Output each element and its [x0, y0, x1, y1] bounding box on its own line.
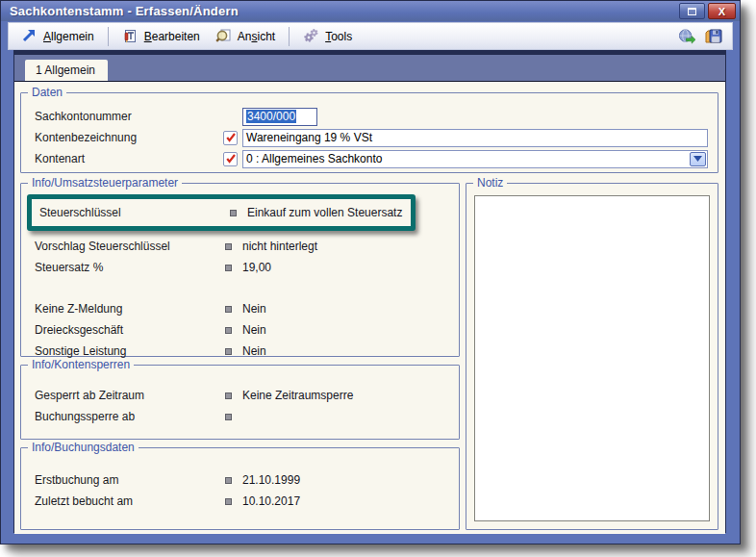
kontenbezeichnung-label: Kontenbezeichnung: [35, 131, 223, 144]
toolbar-right-icons: [678, 28, 726, 45]
restore-icon: [688, 8, 696, 15]
z-meldung-value: Nein: [242, 302, 266, 316]
group-umsatzsteuer-legend: Info/Umsatzsteuerparameter: [28, 176, 182, 190]
menu-tools[interactable]: Tools: [296, 25, 359, 48]
square-bullet-icon: [225, 348, 232, 355]
square-bullet-icon: [225, 477, 232, 484]
app-window: Sachkontenstamm - Erfassen/Ändern X Allg…: [0, 0, 741, 544]
dreiecksgeschaeft-label: Dreiecksgeschäft: [35, 323, 225, 337]
sachkontonummer-label: Sachkontonummer: [35, 110, 223, 123]
titlebar: Sachkontenstamm - Erfassen/Ändern X: [1, 1, 740, 21]
erstbuchung-label: Erstbuchung am: [35, 473, 225, 487]
vorschlag-label: Vorschlag Steuerschlüssel: [35, 240, 225, 253]
save-floppy-icon[interactable]: [705, 28, 722, 45]
row-vorschlag-steuerschluessel: Vorschlag Steuerschlüssel nicht hinterle…: [35, 236, 453, 257]
square-bullet-icon: [230, 210, 237, 216]
row-dreiecksgeschaeft: Dreiecksgeschäft Nein: [35, 319, 453, 341]
row-sachkontonummer: Sachkontonummer 3400/000: [35, 106, 708, 127]
row-kontenbezeichnung: Kontenbezeichnung Wareneingang 19 % VSt: [35, 127, 708, 148]
restore-button[interactable]: [679, 3, 705, 19]
menu-bearbeiten[interactable]: Bearbeiten: [115, 25, 207, 48]
menu-ansicht-label: Ansicht: [238, 30, 275, 43]
row-buchungssperre: Buchungssperre ab: [35, 406, 453, 427]
kontenart-dropdown[interactable]: 0 : Allgemeines Sachkonto: [242, 150, 708, 168]
row-keine-z-meldung: Keine Z-Meldung Nein: [35, 298, 453, 319]
sachkontonummer-input[interactable]: 3400/000: [242, 108, 317, 126]
right-column: Notiz: [466, 183, 718, 530]
content-area: 1 Allgemein Daten Sachkontonummer 3400/0…: [13, 50, 726, 533]
row-zuletzt-bebucht: Zuletzt bebucht am 10.10.2017: [35, 491, 453, 512]
erstbuchung-value: 21.10.1999: [242, 473, 300, 487]
vorschlag-value: nicht hinterlegt: [242, 240, 317, 253]
menu-tools-label: Tools: [325, 30, 352, 43]
z-meldung-label: Keine Z-Meldung: [35, 302, 225, 316]
red-check-icon[interactable]: [223, 131, 238, 145]
row-erstbuchung: Erstbuchung am 21.10.1999: [35, 469, 453, 491]
menu-bearbeiten-label: Bearbeiten: [144, 30, 200, 43]
toolbar-separator: [289, 27, 290, 46]
red-check-icon[interactable]: [223, 152, 238, 166]
gesperrt-ab-label: Gesperrt ab Zeitraum: [35, 389, 225, 402]
zuletzt-bebucht-label: Zuletzt bebucht am: [35, 494, 225, 508]
row-steuersatz: Steuersatz % 19,00: [35, 257, 453, 278]
group-daten-legend: Daten: [28, 86, 66, 99]
kontenbezeichnung-value: Wareneingang 19 % VSt: [246, 131, 372, 144]
tab-row: 1 Allgemein: [14, 55, 725, 81]
zuletzt-bebucht-value: 10.10.2017: [242, 494, 300, 508]
row-spacer: [35, 278, 453, 298]
sonstige-leistung-label: Sonstige Leistung: [35, 344, 225, 358]
chevron-down-icon[interactable]: [690, 152, 706, 166]
row-kontenart: Kontenart 0 : Allgemeines Sachkonto: [35, 148, 708, 169]
toolbar: Allgemein Bearbeiten A: [8, 22, 733, 50]
close-icon: X: [718, 6, 725, 17]
kontenart-value: 0 : Allgemeines Sachkonto: [246, 152, 382, 165]
group-kontensperren-legend: Info/Kontensperren: [28, 358, 134, 371]
steuerschluessel-label: Steuerschlüssel: [39, 206, 230, 219]
group-notiz: Notiz: [466, 183, 718, 530]
menu-allgemein-label: Allgemein: [43, 30, 94, 43]
group-notiz-legend: Notiz: [473, 176, 507, 190]
group-kontensperren: Info/Kontensperren Gesperrt ab Zeitraum …: [20, 365, 460, 440]
square-bullet-icon: [225, 265, 232, 271]
steuerschluessel-value: Einkauf zum vollen Steuersatz: [247, 206, 402, 219]
square-bullet-icon: [225, 243, 232, 250]
gesperrt-ab-value: Keine Zeitraumsperre: [242, 389, 353, 402]
kontenbezeichnung-input[interactable]: Wareneingang 19 % VSt: [242, 129, 708, 147]
main-panel: Daten Sachkontonummer 3400/000 Kontenbez…: [14, 81, 725, 534]
tab-allgemein[interactable]: 1 Allgemein: [25, 60, 108, 83]
square-bullet-icon: [225, 392, 232, 399]
gears-icon: [303, 28, 320, 45]
window-title: Sachkontenstamm - Erfassen/Ändern: [10, 4, 676, 18]
square-bullet-icon: [225, 327, 232, 334]
kontenart-checkbox-cell: [223, 152, 242, 166]
square-bullet-icon: [225, 498, 232, 505]
kontenbezeichnung-checkbox-cell: [223, 131, 242, 145]
sonstige-leistung-value: Nein: [242, 344, 266, 358]
square-bullet-icon: [225, 414, 232, 420]
magnifier-document-icon: [215, 28, 233, 45]
row-steuerschluessel: Steuerschlüssel Einkauf zum vollen Steue…: [39, 202, 411, 223]
group-umsatzsteuer: Info/Umsatzsteuerparameter Steuerschlüss…: [20, 183, 460, 357]
highlight-annotation-box: Steuerschlüssel Einkauf zum vollen Steue…: [27, 194, 416, 231]
arrow-up-right-icon: [21, 28, 38, 45]
edit-document-icon: [122, 28, 139, 45]
buchungssperre-label: Buchungssperre ab: [35, 410, 225, 423]
left-column: Info/Umsatzsteuerparameter Steuerschlüss…: [20, 183, 460, 530]
steuersatz-value: 19,00: [242, 261, 271, 274]
menu-ansicht[interactable]: Ansicht: [209, 25, 282, 48]
steuersatz-label: Steuersatz %: [35, 261, 225, 274]
sachkontonummer-value: 3400/000: [246, 110, 296, 123]
square-bullet-icon: [225, 306, 232, 313]
group-daten: Daten Sachkontonummer 3400/000 Kontenbez…: [20, 92, 718, 173]
kontenart-label: Kontenart: [35, 152, 223, 165]
row-gesperrt-ab: Gesperrt ab Zeitraum Keine Zeitraumsperr…: [35, 385, 453, 406]
dreiecksgeschaeft-value: Nein: [242, 323, 266, 337]
group-buchungsdaten-legend: Info/Buchungsdaten: [28, 441, 139, 454]
menu-allgemein[interactable]: Allgemein: [14, 25, 101, 48]
toolbar-separator: [108, 27, 109, 46]
close-button[interactable]: X: [708, 3, 736, 19]
group-buchungsdaten: Info/Buchungsdaten Erstbuchung am 21.10.…: [20, 447, 460, 530]
notiz-textarea[interactable]: [474, 195, 710, 521]
panel-columns: Info/Umsatzsteuerparameter Steuerschlüss…: [20, 183, 718, 530]
globe-green-arrow-icon[interactable]: [678, 28, 695, 45]
